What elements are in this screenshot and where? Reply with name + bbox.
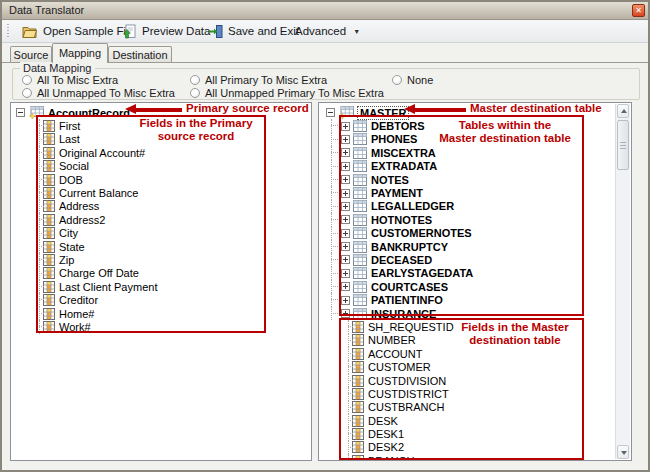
- radio-all-unmapped-to-misc-extra[interactable]: All Unmapped To Misc Extra: [22, 87, 175, 99]
- destination-field-row[interactable]: CUSTOMER: [320, 360, 615, 373]
- source-field-row[interactable]: City: [12, 227, 310, 240]
- destination-table-row[interactable]: INSURANCE: [320, 307, 615, 320]
- destination-field-row[interactable]: DESK2: [320, 441, 615, 454]
- destination-table-row[interactable]: HOTNOTES: [320, 213, 615, 226]
- destination-table-row[interactable]: EARLYSTAGEDATA: [320, 267, 615, 280]
- expand-expander-icon[interactable]: [341, 296, 350, 305]
- open-folder-icon: [22, 24, 38, 39]
- destination-table-label: PHONES: [371, 133, 417, 145]
- annotation-line: Master destination table: [430, 132, 580, 145]
- preview-page-icon: [122, 24, 137, 39]
- destination-table-row[interactable]: NOTES: [320, 173, 615, 186]
- source-field-row[interactable]: Address: [12, 200, 310, 213]
- destination-field-label: DESK1: [368, 428, 404, 440]
- field-icon: [43, 133, 55, 145]
- destination-table-row[interactable]: BANKRUPTCY: [320, 240, 615, 253]
- open-sample-file-button[interactable]: Open Sample File: [22, 20, 135, 42]
- destination-table-label: CUSTOMERNOTES: [371, 227, 472, 239]
- source-field-row[interactable]: Social: [12, 160, 310, 173]
- source-field-row[interactable]: Last Client Payment: [12, 280, 310, 293]
- table-icon: [353, 147, 367, 159]
- destination-table-row[interactable]: EXTRADATA: [320, 160, 615, 173]
- tab-destination[interactable]: Destination: [108, 46, 172, 62]
- source-field-label: Home#: [59, 308, 94, 320]
- expand-expander-icon[interactable]: [341, 122, 350, 131]
- field-icon: [43, 147, 55, 159]
- field-icon: [352, 321, 364, 333]
- source-field-row[interactable]: Current Balance: [12, 186, 310, 199]
- destination-table-label: MISCEXTRA: [371, 147, 436, 159]
- destination-field-row[interactable]: BRANCH: [320, 454, 615, 459]
- radio-all-to-misc-extra[interactable]: All To Misc Extra: [22, 74, 118, 86]
- destination-table-row[interactable]: COURTCASES: [320, 280, 615, 293]
- field-icon: [43, 120, 55, 132]
- destination-table-row[interactable]: LEGALLEDGER: [320, 200, 615, 213]
- scrollbar-thumb[interactable]: [617, 120, 629, 170]
- close-button[interactable]: ✕: [632, 4, 645, 17]
- radio-all-primary-to-misc-extra[interactable]: All Primary To Misc Extra: [190, 74, 327, 86]
- source-field-row[interactable]: State: [12, 240, 310, 253]
- source-field-row[interactable]: Home#: [12, 307, 310, 320]
- source-field-row[interactable]: Original Account#: [12, 146, 310, 159]
- destination-table-label: HOTNOTES: [371, 214, 432, 226]
- expand-expander-icon[interactable]: [341, 282, 350, 291]
- toolbar-grip[interactable]: [7, 24, 9, 38]
- expand-expander-icon[interactable]: [341, 135, 350, 144]
- expand-expander-icon[interactable]: [341, 189, 350, 198]
- scroll-down-button[interactable]: [617, 445, 629, 459]
- table-icon: [353, 294, 367, 306]
- scroll-up-button[interactable]: [617, 104, 629, 118]
- field-icon: [352, 348, 364, 360]
- source-field-row[interactable]: DOB: [12, 173, 310, 186]
- destination-table-row[interactable]: PAYMENT: [320, 186, 615, 199]
- expand-expander-icon[interactable]: [341, 202, 350, 211]
- destination-field-label: CUSTDISTRICT: [368, 388, 449, 400]
- preview-data-button[interactable]: Preview Data: [122, 20, 210, 42]
- source-field-row[interactable]: Work#: [12, 320, 310, 333]
- radio-none[interactable]: None: [392, 74, 433, 86]
- collapse-expander-icon[interactable]: [326, 108, 335, 117]
- source-field-row[interactable]: Charge Off Date: [12, 267, 310, 280]
- field-icon: [352, 375, 364, 387]
- expand-expander-icon[interactable]: [341, 269, 350, 278]
- destination-table-row[interactable]: PATIENTINFO: [320, 293, 615, 306]
- destination-field-row[interactable]: CUSTBRANCH: [320, 401, 615, 414]
- tab-mapping[interactable]: Mapping: [52, 43, 108, 63]
- table-icon: [353, 160, 367, 172]
- table-icon: [353, 187, 367, 199]
- vertical-scrollbar[interactable]: [615, 104, 630, 459]
- destination-table-row[interactable]: CUSTOMERNOTES: [320, 227, 615, 240]
- destination-table-row[interactable]: MISCEXTRA: [320, 146, 615, 159]
- destination-field-row[interactable]: ACCOUNT: [320, 347, 615, 360]
- collapse-expander-icon[interactable]: [16, 108, 25, 117]
- radio-label: All Primary To Misc Extra: [205, 74, 327, 86]
- destination-table-row[interactable]: DECEASED: [320, 253, 615, 266]
- source-field-row[interactable]: Zip: [12, 253, 310, 266]
- radio-all-unmapped-primary-to-misc-extra[interactable]: All Unmapped Primary To Misc Extra: [190, 87, 384, 99]
- destination-field-row[interactable]: DESK: [320, 414, 615, 427]
- source-field-row[interactable]: Address2: [12, 213, 310, 226]
- table-icon: [353, 214, 367, 226]
- expand-expander-icon[interactable]: [341, 148, 350, 157]
- source-field-row[interactable]: Creditor: [12, 293, 310, 306]
- destination-table-label: COURTCASES: [371, 281, 448, 293]
- expand-expander-icon[interactable]: [341, 229, 350, 238]
- expand-expander-icon[interactable]: [341, 175, 350, 184]
- destination-field-row[interactable]: CUSTDISTRICT: [320, 387, 615, 400]
- expand-expander-icon[interactable]: [341, 242, 350, 251]
- advanced-label: Advanced: [295, 25, 346, 37]
- advanced-dropdown-button[interactable]: Advanced ▼: [295, 20, 360, 42]
- field-icon: [43, 308, 55, 320]
- record-table-icon: [29, 106, 44, 119]
- tab-source[interactable]: Source: [10, 46, 52, 62]
- expand-expander-icon[interactable]: [341, 162, 350, 171]
- destination-field-row[interactable]: DESK1: [320, 427, 615, 440]
- destination-field-row[interactable]: CUSTDIVISION: [320, 374, 615, 387]
- preview-data-label: Preview Data: [142, 25, 210, 37]
- table-icon: [353, 267, 367, 279]
- expand-expander-icon[interactable]: [341, 215, 350, 224]
- expand-expander-icon[interactable]: [341, 309, 350, 318]
- source-tree-root-label: AccountRecord: [48, 107, 130, 119]
- expand-expander-icon[interactable]: [341, 255, 350, 264]
- save-and-exit-button[interactable]: Save and Exit: [208, 20, 299, 42]
